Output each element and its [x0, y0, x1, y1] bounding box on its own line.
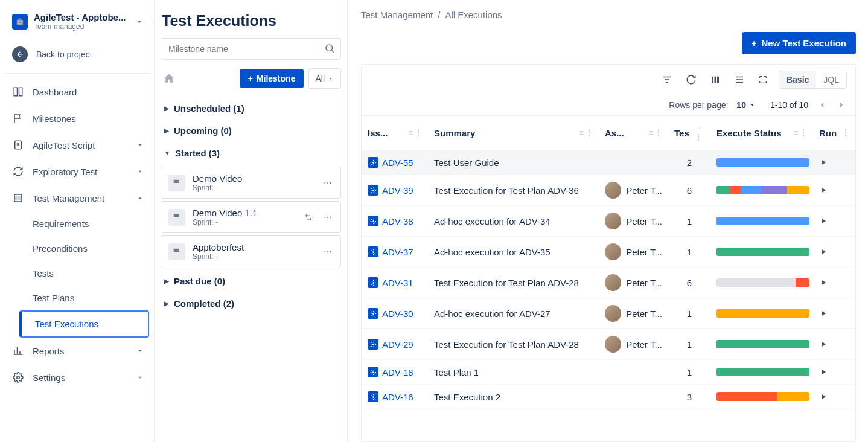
sidebar-item-milestones[interactable]: Milestones	[5, 105, 149, 132]
button-label: New Test Execution	[761, 38, 846, 48]
milestone-card[interactable]: ApptoberfestSprint: -⋯	[161, 235, 341, 267]
filter-icon[interactable]	[659, 72, 675, 88]
subnav-test-executions[interactable]: Test Executions	[19, 310, 149, 338]
status-cell	[710, 217, 813, 225]
table-row[interactable]: ADV-18Test Plan 11	[362, 360, 855, 385]
more-icon[interactable]: ⋯	[324, 247, 333, 257]
issue-link[interactable]: ADV-18	[382, 367, 413, 377]
issue-link[interactable]: ADV-31	[382, 278, 413, 288]
project-switcher[interactable]: 🤖 AgileTest - Apptobe... Team-managed	[5, 12, 149, 39]
avatar	[605, 305, 621, 322]
issue-link[interactable]: ADV-29	[382, 339, 413, 350]
subnav-test-plans[interactable]: Test Plans	[19, 286, 149, 310]
assignee-name: Peter T...	[626, 309, 662, 319]
milestone-group-upcoming[interactable]: ▶Upcoming (0)	[161, 120, 341, 142]
drag-handle-icon[interactable]: ≡ ⋮	[649, 129, 662, 137]
chevron-down-icon	[136, 373, 144, 382]
th-assignee[interactable]: As...≡ ⋮	[599, 116, 668, 150]
list-icon[interactable]	[732, 72, 747, 88]
sidebar-item-exploratory-test[interactable]: Exploratory Test	[5, 158, 149, 185]
button-label: Milestone	[257, 74, 296, 83]
milestone-search-input[interactable]	[161, 38, 341, 60]
issue-type-icon	[368, 367, 378, 377]
new-test-execution-button[interactable]: + New Test Execution	[742, 32, 856, 54]
subnav-preconditions[interactable]: Preconditions	[19, 236, 149, 261]
more-icon[interactable]: ⋯	[324, 213, 333, 222]
status-bar	[716, 309, 809, 318]
expand-icon[interactable]	[756, 72, 770, 87]
mode-basic[interactable]: Basic	[779, 71, 816, 88]
issue-link[interactable]: ADV-37	[382, 247, 413, 257]
th-tests[interactable]: Tes≡ ⋮	[668, 116, 710, 150]
sidebar-item-agiletest-script[interactable]: AgileTest Script	[5, 132, 149, 158]
filter-all-button[interactable]: All	[308, 68, 341, 89]
table-row[interactable]: ADV-29Test Execution for Test Plan ADV-2…	[362, 329, 855, 360]
status-bar	[716, 340, 809, 348]
table-row[interactable]: ADV-16Test Execution 23	[362, 385, 855, 409]
issue-link[interactable]: ADV-39	[382, 185, 413, 196]
table-row[interactable]: ADV-39Test Execution for Test Plan ADV-3…	[362, 175, 855, 206]
issue-link[interactable]: ADV-55	[382, 158, 413, 168]
breadcrumb-item[interactable]: Test Management	[361, 10, 433, 20]
back-to-project[interactable]: Back to project	[5, 39, 149, 71]
table-row[interactable]: ADV-31Test Execution for Test Plan ADV-2…	[362, 267, 855, 298]
plus-icon: +	[248, 74, 253, 83]
sidebar-item-label: Reports	[33, 346, 65, 356]
table-row[interactable]: ADV-38Ad-hoc execution for ADV-34Peter T…	[362, 206, 855, 237]
milestone-group-completed[interactable]: ▶Completed (2)	[161, 292, 341, 315]
drag-handle-icon[interactable]: ≡ ⋮	[409, 129, 422, 137]
table-row[interactable]: ADV-55Test User Guide2	[362, 150, 855, 175]
play-icon[interactable]	[819, 340, 849, 348]
table-row[interactable]: ADV-37Ad-hoc execution for ADV-35Peter T…	[362, 237, 855, 267]
subnav-tests[interactable]: Tests	[19, 261, 149, 286]
milestone-group-unscheduled[interactable]: ▶Unscheduled (1)	[161, 97, 341, 120]
home-icon[interactable]	[161, 70, 177, 87]
drag-handle-icon[interactable]: ≡ ⋮	[693, 124, 704, 141]
play-icon[interactable]	[819, 158, 849, 167]
mode-jql[interactable]: JQL	[816, 71, 846, 88]
play-icon[interactable]	[819, 368, 849, 376]
issue-link[interactable]: ADV-30	[382, 309, 413, 319]
sidebar-item-dashboard[interactable]: Dashboard	[5, 78, 149, 105]
drag-handle-icon[interactable]: ≡ ⋮	[579, 129, 593, 137]
search-icon[interactable]	[324, 43, 335, 54]
milestone-card[interactable]: Demo Video 1.1Sprint: -⋯	[161, 201, 341, 233]
th-status[interactable]: Execute Status≡ ⋮	[710, 116, 813, 150]
add-milestone-button[interactable]: + Milestone	[240, 69, 304, 88]
milestone-group-started[interactable]: ▼Started (3)	[161, 142, 341, 164]
tests-count: 1	[668, 216, 710, 226]
drag-handle-icon[interactable]: ⋮	[842, 129, 849, 137]
status-cell	[710, 248, 813, 256]
breadcrumb-item[interactable]: All Executions	[445, 10, 502, 20]
sidebar-item-test-management[interactable]: Test Management	[5, 185, 149, 211]
subnav-requirements[interactable]: Requirements	[19, 211, 149, 236]
list-icon	[12, 192, 24, 204]
play-icon[interactable]	[819, 309, 849, 318]
issue-link[interactable]: ADV-16	[382, 392, 413, 402]
milestone-group-past[interactable]: ▶Past due (0)	[161, 270, 341, 292]
play-icon[interactable]	[819, 248, 849, 256]
play-icon[interactable]	[819, 217, 849, 225]
page-prev[interactable]	[817, 100, 828, 110]
columns-icon[interactable]	[707, 72, 723, 88]
summary-cell: Test Execution for Test Plan ADV-28	[428, 278, 599, 288]
play-icon[interactable]	[819, 392, 849, 401]
th-run[interactable]: Run⋮	[813, 116, 855, 150]
play-icon[interactable]	[819, 186, 849, 194]
more-icon[interactable]: ⋯	[324, 178, 333, 188]
th-summary[interactable]: Summary≡ ⋮	[428, 116, 599, 150]
page-next[interactable]	[836, 100, 847, 110]
status-bar	[716, 217, 809, 225]
back-label: Back to project	[36, 50, 92, 59]
issue-link[interactable]: ADV-38	[382, 216, 413, 226]
table-row[interactable]: ADV-30Ad-hoc execution for ADV-27Peter T…	[362, 298, 855, 329]
sub-icon[interactable]	[304, 213, 313, 222]
milestone-card[interactable]: Demo VideoSprint: -⋯	[161, 167, 341, 199]
refresh-icon[interactable]	[683, 72, 699, 88]
drag-handle-icon[interactable]: ≡ ⋮	[794, 129, 807, 137]
th-issue[interactable]: Iss...≡ ⋮	[362, 116, 428, 150]
rows-per-page-select[interactable]: 10	[736, 100, 756, 110]
play-icon[interactable]	[819, 278, 849, 287]
sidebar-item-settings[interactable]: Settings	[5, 364, 149, 391]
sidebar-item-reports[interactable]: Reports	[5, 338, 149, 364]
